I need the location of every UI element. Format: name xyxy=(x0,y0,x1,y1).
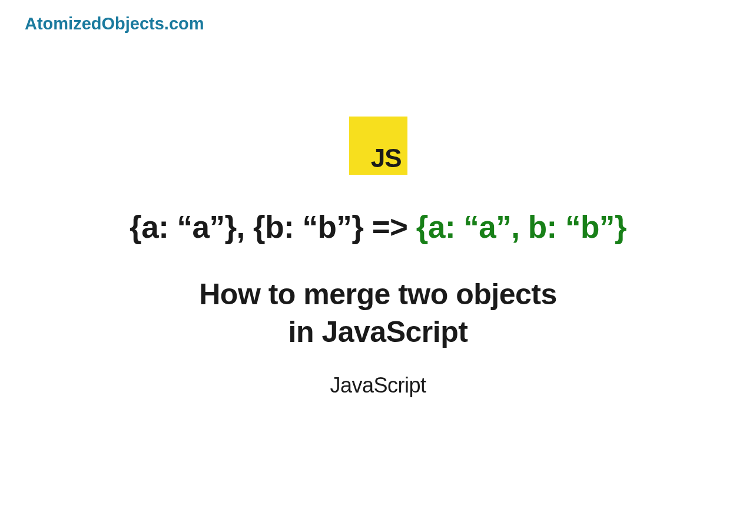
article-title: How to merge two objects in JavaScript xyxy=(199,275,557,351)
content-container: JS {a: “a”}, {b: “b”} => {a: “a”, b: “b”… xyxy=(0,117,756,398)
title-line-1: How to merge two objects xyxy=(199,275,557,313)
code-output-part: {a: “a”, b: “b”} xyxy=(416,210,626,244)
title-line-2: in JavaScript xyxy=(199,313,557,351)
javascript-logo-text: JS xyxy=(371,145,402,171)
javascript-logo-icon: JS xyxy=(349,117,407,175)
site-name-link[interactable]: AtomizedObjects.com xyxy=(25,14,204,34)
category-label: JavaScript xyxy=(330,373,426,398)
code-input-part: {a: “a”}, {b: “b”} => xyxy=(130,210,416,244)
code-example-text: {a: “a”}, {b: “b”} => {a: “a”, b: “b”} xyxy=(130,209,626,245)
